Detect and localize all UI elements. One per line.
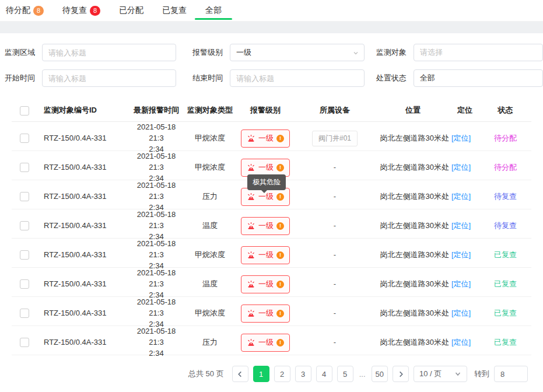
col-header-id: 监测对象编号ID bbox=[36, 105, 129, 116]
cell-alarm-time: 2021-05-18 21:3 2:34 bbox=[129, 326, 183, 359]
page-size-select[interactable]: 10 / 页 bbox=[414, 366, 467, 382]
cell-monitor-id: RTZ-150/0.4A-331 bbox=[36, 162, 129, 173]
cell-position: 岗北左侧道路30米处 bbox=[376, 250, 450, 261]
cell-alarm-time: 2021-05-18 21:3 2:34 bbox=[129, 268, 183, 301]
table-body: RTZ-150/0.4A-331 2021-05-18 21:3 2:34 甲烷… bbox=[12, 122, 531, 355]
alarm-level-select[interactable]: 一级 bbox=[230, 44, 365, 61]
cell-alarm-time: 2021-05-18 21:3 2:34 bbox=[129, 122, 183, 155]
row-checkbox[interactable] bbox=[20, 338, 29, 347]
siren-icon bbox=[247, 251, 255, 260]
col-header-position: 位置 bbox=[376, 105, 450, 116]
cell-monitor-type: 温度 bbox=[183, 279, 237, 290]
row-checkbox[interactable] bbox=[20, 192, 29, 201]
row-checkbox[interactable] bbox=[20, 250, 29, 260]
page-button-4[interactable]: 4 bbox=[316, 366, 332, 382]
cell-monitor-id: RTZ-150/0.4A-331 bbox=[36, 337, 129, 348]
chevron-right-icon bbox=[398, 371, 404, 377]
tab-reviewed[interactable]: 已复查 bbox=[161, 0, 188, 21]
tab-bar: 待分配 8 待复查 8 已分配 已复查 全部 bbox=[0, 0, 543, 22]
table-row: RTZ-150/0.4A-331 2021-05-18 21:3 2:34 温度… bbox=[12, 268, 531, 297]
cell-alarm-level: 一级 ! bbox=[237, 246, 294, 264]
locate-link[interactable]: [定位] bbox=[450, 250, 479, 261]
alarm-level-badge[interactable]: 一级 ! bbox=[241, 275, 290, 293]
cell-device: - bbox=[294, 250, 376, 261]
row-checkbox[interactable] bbox=[20, 221, 29, 230]
locate-link[interactable]: [定位] bbox=[450, 279, 479, 290]
jump-page-input[interactable] bbox=[494, 366, 528, 382]
locate-link[interactable]: [定位] bbox=[450, 133, 479, 144]
monitor-target-select[interactable]: 请选择 bbox=[414, 44, 543, 61]
cell-position: 岗北左侧道路30米处 bbox=[376, 308, 450, 319]
page-ellipsis: ... bbox=[358, 370, 367, 379]
table-row: RTZ-150/0.4A-331 2021-05-18 21:3 2:34 甲烷… bbox=[12, 297, 531, 326]
filter-panel: 监测区域 报警级别 一级 监测对象 请选择 开始时间 结束时间 处置状态 全部 bbox=[0, 33, 543, 97]
cell-monitor-type: 温度 bbox=[183, 220, 237, 232]
cell-device: - bbox=[294, 191, 376, 202]
cell-monitor-id: RTZ-150/0.4A-331 bbox=[36, 250, 129, 261]
status-badge: 待复查 bbox=[479, 220, 531, 232]
row-checkbox[interactable] bbox=[20, 309, 29, 318]
filter-label-start-time: 开始时间 bbox=[5, 73, 35, 83]
tab-label: 待复查 bbox=[62, 5, 87, 16]
status-badge: 已复查 bbox=[479, 337, 531, 348]
cell-alarm-level: 一级 ! bbox=[237, 334, 294, 352]
page-button-50[interactable]: 50 bbox=[372, 366, 388, 382]
cell-monitor-id: RTZ-150/0.4A-331 bbox=[36, 220, 129, 232]
cell-device: - bbox=[294, 308, 376, 319]
prev-page-button[interactable] bbox=[232, 366, 248, 382]
region-input[interactable] bbox=[42, 44, 176, 61]
tab-pending-assign[interactable]: 待分配 8 bbox=[5, 0, 45, 21]
alarm-level-badge[interactable]: 一级 ! bbox=[241, 334, 290, 352]
locate-link[interactable]: [定位] bbox=[450, 162, 479, 173]
locate-link[interactable]: [定位] bbox=[450, 308, 479, 319]
cell-monitor-type: 甲烷浓度 bbox=[183, 308, 237, 319]
cell-alarm-time: 2021-05-18 21:3 2:34 bbox=[129, 180, 183, 214]
table-row: RTZ-150/0.4A-331 2021-05-18 21:3 2:34 压力… bbox=[12, 326, 531, 355]
next-page-button[interactable] bbox=[393, 366, 409, 382]
cell-alarm-time: 2021-05-18 21:3 2:34 bbox=[129, 151, 183, 184]
siren-icon bbox=[247, 163, 255, 172]
locate-link[interactable]: [定位] bbox=[450, 337, 479, 348]
cell-device: - bbox=[294, 162, 376, 173]
end-time-input[interactable] bbox=[230, 69, 364, 87]
cell-monitor-id: RTZ-150/0.4A-331 bbox=[36, 308, 129, 319]
locate-link[interactable]: [定位] bbox=[450, 191, 479, 202]
row-checkbox[interactable] bbox=[20, 279, 29, 289]
tab-pending-review[interactable]: 待复查 8 bbox=[61, 0, 101, 21]
tab-all[interactable]: 全部 bbox=[204, 0, 223, 21]
status-badge: 待复查 bbox=[479, 191, 531, 202]
cell-position: 岗北左侧道路30米处 bbox=[376, 162, 450, 173]
alarm-level-badge[interactable]: 一级 ! bbox=[241, 246, 290, 264]
handle-status-select[interactable]: 全部 bbox=[414, 69, 543, 87]
tab-assigned[interactable]: 已分配 bbox=[118, 0, 145, 21]
siren-icon bbox=[247, 134, 255, 143]
page-button-1[interactable]: 1 bbox=[253, 366, 269, 382]
select-all-checkbox[interactable] bbox=[20, 106, 29, 116]
col-header-time: 最新报警时间 bbox=[129, 105, 183, 116]
siren-icon bbox=[247, 338, 255, 347]
status-badge: 已复查 bbox=[479, 250, 531, 261]
alarm-level-badge[interactable]: 一级 ! bbox=[241, 217, 290, 235]
status-badge: 待分配 bbox=[479, 133, 531, 144]
chevron-down-icon bbox=[353, 50, 359, 56]
tab-count-badge: 8 bbox=[33, 6, 44, 16]
device-tag: - bbox=[334, 337, 336, 348]
row-checkbox[interactable] bbox=[20, 163, 29, 172]
row-checkbox[interactable] bbox=[20, 134, 29, 143]
alarm-count-dot-icon: ! bbox=[276, 193, 284, 201]
cell-monitor-id: RTZ-150/0.4A-331 bbox=[36, 191, 129, 202]
page-button-3[interactable]: 3 bbox=[295, 366, 311, 382]
cell-position: 岗北左侧道路30米处 bbox=[376, 191, 450, 202]
pagination-bar: 总共 50 页 12345...50 10 / 页 转到 bbox=[0, 355, 543, 382]
page-button-5[interactable]: 5 bbox=[337, 366, 353, 382]
page-button-2[interactable]: 2 bbox=[274, 366, 290, 382]
cell-monitor-id: RTZ-150/0.4A-331 bbox=[36, 133, 129, 144]
alarm-level-badge[interactable]: 一级 ! bbox=[241, 130, 290, 148]
table-row: RTZ-150/0.4A-331 2021-05-18 21:3 2:34 温度… bbox=[12, 209, 531, 239]
col-header-level: 报警级别 bbox=[237, 105, 294, 116]
locate-link[interactable]: [定位] bbox=[450, 220, 479, 232]
start-time-input[interactable] bbox=[42, 69, 176, 87]
cell-monitor-type: 压力 bbox=[183, 337, 237, 348]
alarm-level-badge[interactable]: 一级 ! bbox=[241, 304, 290, 323]
siren-icon bbox=[247, 309, 255, 318]
